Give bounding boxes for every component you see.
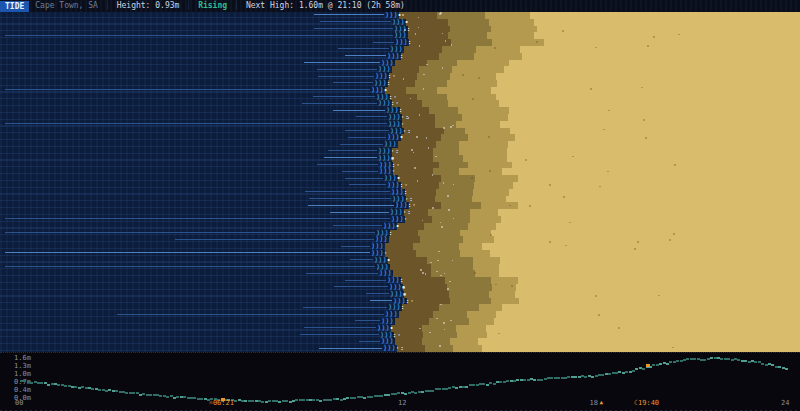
sand-band-3: [469, 318, 494, 325]
sand-band-4: [509, 60, 800, 67]
water-line: [333, 225, 382, 226]
sand-band-3: [450, 338, 478, 345]
sand-speckle: [447, 195, 449, 197]
sand-speckle: [673, 233, 675, 235]
sand-band-4: [496, 311, 800, 318]
sand-band-1: [385, 243, 413, 250]
sand-speckle: [618, 327, 620, 329]
sand-band-3: [459, 243, 482, 250]
water-line: [356, 116, 387, 117]
sand-band-3: [468, 223, 496, 230]
water-line: [370, 300, 392, 301]
sand-speckle: [425, 273, 427, 275]
sand-band-4: [509, 107, 800, 114]
sand-band-2: [448, 19, 489, 26]
sand-band-3: [475, 270, 499, 277]
sand-band-2: [433, 155, 463, 162]
sand-band-2: [431, 264, 473, 271]
sand-band-4: [520, 46, 800, 53]
sand-band-1: [403, 284, 447, 291]
sand-band-2: [436, 189, 473, 196]
sand-band-4: [518, 175, 800, 182]
water-line: [5, 89, 370, 90]
sand-band-2: [442, 46, 476, 53]
sand-band-4: [518, 202, 800, 209]
sand-speckle: [669, 239, 671, 241]
water-line: [318, 76, 374, 77]
water-line: [319, 348, 382, 349]
sand-band-4: [506, 196, 800, 203]
water-line: [304, 62, 380, 63]
y-tick-label: 1.0m: [14, 371, 31, 378]
sand-speckle: [529, 205, 531, 207]
sand-speckle: [423, 74, 425, 76]
sand-speckle: [672, 347, 674, 349]
sand-speckle: [607, 171, 609, 173]
sand-band-3: [475, 175, 518, 182]
sand-band-2: [436, 141, 459, 148]
sand-band-4: [537, 26, 800, 33]
shore-row: ))): [0, 311, 800, 318]
water-line: [349, 184, 386, 185]
sand-band-3: [459, 141, 508, 148]
shore-row: )))∙: [0, 87, 800, 94]
sand-band-3: [459, 148, 507, 155]
water-line: [317, 164, 378, 165]
water-line: [303, 307, 387, 308]
shore-row: ))):·: [0, 332, 800, 339]
tide-curve-dot: [465, 386, 468, 388]
sand-speckle: [634, 248, 636, 250]
shore-row: ))): [0, 236, 800, 243]
foam-icon: ·:: [396, 344, 405, 351]
sand-speckle: [443, 322, 445, 324]
sand-band-3: [437, 87, 491, 94]
shore-row: ))): [0, 243, 800, 250]
sand-band-1: [395, 60, 427, 67]
sand-speckle: [422, 220, 424, 222]
sand-band-3: [468, 162, 512, 169]
water-line: [5, 123, 387, 124]
sand-speckle: [608, 110, 610, 112]
sand-speckle: [495, 284, 497, 286]
water-line: [330, 212, 389, 213]
sand-speckle: [419, 45, 421, 47]
sand-band-3: [447, 80, 497, 87]
sand-band-4: [482, 345, 800, 352]
sand-speckle: [549, 241, 551, 243]
sand-band-3: [457, 332, 487, 339]
sand-band-4: [519, 298, 800, 305]
sand-band-3: [472, 196, 506, 203]
water-line: [314, 14, 384, 15]
sand-speckle: [443, 182, 445, 184]
sand-band-3: [474, 53, 522, 60]
sand-speckle: [419, 328, 421, 330]
x-tick-label: 00: [15, 399, 23, 407]
sand-band-2: [422, 325, 456, 332]
sand-band-4: [508, 141, 800, 148]
wave-crest-icon: )))·:: [383, 345, 405, 352]
sand-band-1: [401, 277, 445, 284]
sand-speckle: [572, 156, 574, 158]
sand-band-1: [395, 318, 429, 325]
sand-band-2: [435, 114, 462, 121]
sand-speckle: [643, 119, 645, 121]
sand-speckle: [478, 77, 480, 79]
sand-band-4: [498, 209, 800, 216]
water-line: [334, 286, 388, 287]
tide-chart: 1.6m1.3m1.0m0.7m0.4m0.0m00121824▲☼06:21☾…: [0, 352, 800, 411]
sand-band-3: [473, 189, 509, 196]
sand-speckle: [440, 275, 442, 277]
sand-band-4: [500, 121, 800, 128]
sand-band-3: [456, 325, 486, 332]
sand-band-4: [510, 128, 800, 135]
sand-speckle: [536, 41, 538, 43]
tide-curve-dot: [632, 370, 635, 372]
sand-speckle: [444, 329, 446, 331]
location-label: Cape Town, SA: [35, 0, 98, 12]
sand-band-2: [439, 53, 474, 60]
sand-band-1: [406, 19, 448, 26]
sand-band-4: [502, 304, 800, 311]
sand-band-1: [399, 311, 433, 318]
sand-speckle: [428, 147, 430, 149]
tide-terminal-app: TIDE Cape Town, SA │ Height: 0.93m │ Ris…: [0, 0, 800, 411]
